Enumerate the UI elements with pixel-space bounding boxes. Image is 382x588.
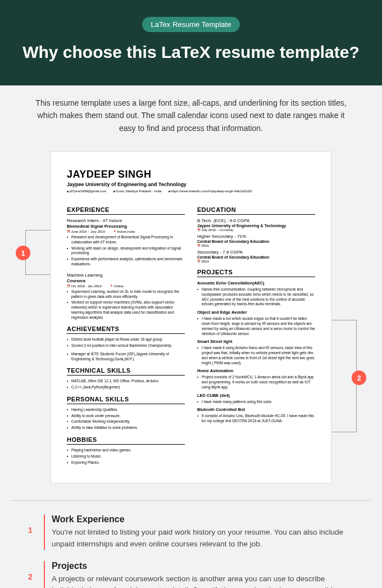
notes-section: 1 Work Experience You're not limited to … [0, 501, 382, 588]
job-subtitle: Coursera [67, 278, 185, 283]
job-meta: June 2019 – July 2019 Indore,India [67, 230, 185, 233]
bullet: Project consists of 2 NodeMCU, 1 Amazon … [197, 375, 315, 390]
marker-2: 2 [352, 370, 366, 385]
resume-contact: jd7june1999@gmail.com Guna, Madhya Prade… [67, 189, 315, 193]
edu-school: Central Board of Secondary Education [197, 255, 315, 259]
bullet: District level football player at Rewa u… [67, 337, 185, 342]
resume-container: 1 2 JAYDEEP SINGH Jaypee University of E… [0, 146, 382, 500]
edu-title: Secondary - 7.8 CGPA [197, 250, 315, 255]
right-column: EDUCATION B.Tech. (ECE) - 9.0 CGPA Jaype… [197, 201, 315, 466]
job-meta: Oct 2018 - Jan 2019 Online [67, 284, 185, 288]
intro-text: This resume template uses a large font s… [0, 85, 382, 146]
note-1: 1 Work Experience You're not limited to … [28, 514, 354, 550]
edu-date: 2016 [197, 244, 315, 247]
email: jd7june1999@gmail.com [67, 189, 107, 193]
bullet: Experience with performance analysis, op… [67, 257, 185, 267]
bullet: Comfortable Working Independently. [67, 419, 185, 424]
note-number: 2 [28, 561, 36, 588]
date: June 2019 – July 2019 [67, 230, 105, 233]
bullet: I have made it using Arduino Nano and IR… [197, 346, 315, 365]
bullet: C,C++,Java,Python(Beginner) [67, 385, 185, 390]
location: Indore,India [113, 230, 135, 233]
resume-name: JAYDEEP SINGH [67, 169, 315, 180]
job-subtitle: Biomedical Signal Processing [67, 224, 185, 229]
hobbies-list: Playing badminton and video games. Liste… [67, 448, 185, 465]
bullet: Listening to Music. [67, 454, 185, 459]
bullet: Scored 2 nd position in inter-school Bad… [67, 343, 185, 349]
project-title: Home Automation [197, 368, 315, 373]
experience-heading: EXPERIENCE [67, 206, 185, 215]
project-title: Object and Edge Avoider [197, 310, 315, 315]
job-bullets: Supervised Learning, worked on SL to tra… [67, 290, 185, 320]
bullet: It consists of Arduino Uno, Bluetooth Mo… [197, 414, 315, 424]
bullet: Manager at IETE Students Forum (ISF),Jay… [67, 352, 185, 362]
linkedin: https://www.linkedin.com/in/jaydeep-sing… [169, 189, 252, 193]
bullet: Working with team on design, development… [67, 246, 185, 256]
marker-1: 1 [16, 246, 30, 260]
job-title: Research Intern - IIT Indore [67, 218, 185, 223]
bullet: I have made a bot which avoids edges so … [197, 316, 315, 336]
note-2: 2 Projects A projects or relevant course… [28, 561, 354, 588]
resume-preview: JAYDEEP SINGH Jaypee University of Engin… [51, 151, 331, 483]
personal-heading: PERSONAL SKILLS [67, 396, 185, 404]
edu-school: Jaypee University of Engineering & Techn… [197, 224, 315, 228]
achievements-list: District level football player at Rewa u… [67, 337, 185, 361]
hobbies-heading: HOBBIES [67, 436, 185, 445]
technical-list: MATLAB, Xilinx ISE 12.1, MS Office, Prot… [67, 379, 185, 390]
bullet: Ability to work under pressure. [67, 414, 185, 419]
header: LaTex Resume Template Why choose this La… [0, 0, 382, 85]
note-number: 1 [28, 514, 36, 550]
bullet: Exploring Places. [67, 460, 185, 465]
bullet: Hands-free communication, coupling betwe… [197, 287, 315, 307]
category-tag: LaTex Resume Template [142, 17, 240, 32]
edu-date: July 2016 – Currently [197, 228, 315, 232]
bullet: Supervised Learning, worked on SL to tra… [67, 290, 185, 300]
project-title: LED CUBE (4x4) [197, 393, 315, 398]
job-title: Machine Learning [67, 273, 185, 278]
note-text: You're not limited to listing your paid … [52, 527, 354, 550]
edu-school: Central Board of Secondary Education [197, 239, 315, 243]
bullet: Worked on support vector machines (SVMs,… [67, 300, 185, 320]
education-heading: EDUCATION [197, 206, 315, 215]
edu-date: 2014 [197, 260, 315, 263]
bullet: MATLAB, Xilinx ISE 12.1, MS Office, Prot… [67, 379, 185, 384]
note-heading: Projects [52, 561, 354, 571]
project-title: Acoustic Echo Cancellation(AEC) [197, 281, 315, 286]
left-column: EXPERIENCE Research Intern - IIT Indore … [67, 201, 185, 466]
edu-title: B.Tech. (ECE) - 9.0 CGPA [197, 218, 315, 223]
location: Online [110, 284, 124, 288]
date: Oct 2018 - Jan 2019 [67, 284, 102, 288]
project-title: Blutooth Controlled Bot [197, 407, 315, 412]
project-title: Smart Street light [197, 339, 315, 344]
bullet: Research and development of Biomedical S… [67, 235, 185, 245]
technical-heading: TECHNICAL SKILLS [67, 367, 185, 376]
note-text: A projects or relevant coursework sectio… [52, 573, 354, 588]
bullet: Playing badminton and video games. [67, 448, 185, 453]
personal-list: Having Leadership Qualities. Ability to … [67, 408, 185, 431]
edu-title: Higher Secondary - 71% [197, 234, 315, 239]
page-title: Why choose this LaTeX resume template? [22, 41, 360, 63]
bullet: Having Leadership Qualities. [67, 408, 185, 413]
projects-heading: PROJECTS [197, 269, 315, 277]
note-heading: Work Experience [52, 514, 354, 524]
achievements-heading: ACHIEVEMENTS [67, 325, 185, 334]
job-bullets: Research and development of Biomedical S… [67, 235, 185, 267]
resume-university: Jaypee University of Engineering and Tec… [67, 182, 315, 187]
location: Guna, Madhya Pradesh - India [113, 189, 162, 193]
bullet: I have made many patterns using this cub… [197, 400, 315, 405]
bullet: Ability to take initiative to solve prob… [67, 426, 185, 431]
